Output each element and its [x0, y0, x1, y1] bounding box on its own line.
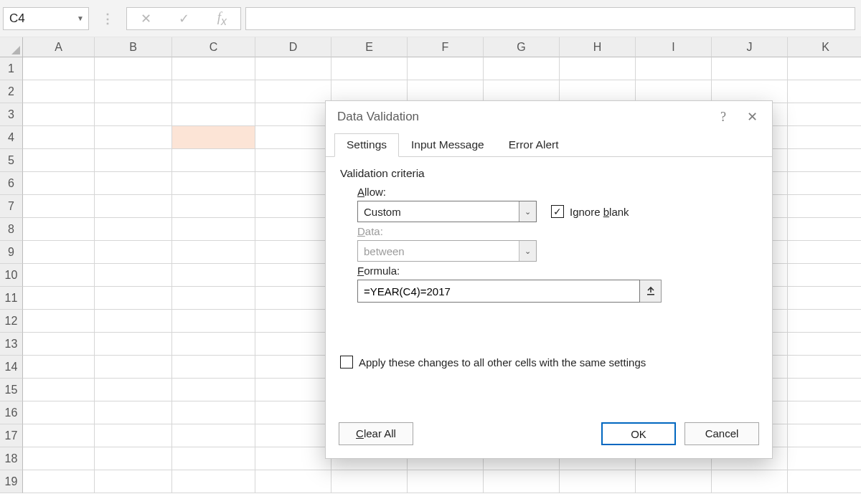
column-header[interactable]: E [331, 37, 408, 57]
cell[interactable] [95, 470, 172, 493]
cell[interactable] [23, 218, 95, 241]
cell[interactable] [95, 195, 172, 218]
cell[interactable] [788, 424, 861, 447]
cell[interactable] [23, 57, 95, 80]
cell[interactable] [636, 57, 712, 80]
cell[interactable] [172, 264, 255, 287]
cell[interactable] [788, 57, 861, 80]
cell[interactable] [172, 218, 255, 241]
row-header[interactable]: 19 [0, 470, 23, 493]
cell[interactable] [95, 379, 172, 401]
cell[interactable] [95, 149, 172, 172]
cell[interactable] [788, 195, 861, 218]
cell[interactable] [788, 80, 861, 103]
cell[interactable] [23, 424, 95, 447]
cell[interactable] [172, 149, 255, 172]
cell[interactable] [172, 470, 255, 493]
row-header[interactable]: 18 [0, 447, 23, 470]
chevron-down-icon[interactable]: ⌄ [519, 201, 536, 222]
close-icon[interactable]: ✕ [738, 109, 766, 125]
cell[interactable] [172, 401, 255, 424]
cell[interactable] [172, 333, 255, 356]
cell[interactable] [172, 356, 255, 379]
cell[interactable] [788, 310, 861, 333]
row-header[interactable]: 12 [0, 310, 23, 333]
cell[interactable] [255, 287, 331, 310]
cell[interactable] [788, 401, 861, 424]
cancel-button[interactable]: Cancel [684, 422, 759, 445]
row-header[interactable]: 14 [0, 356, 23, 379]
cell[interactable] [95, 264, 172, 287]
apply-all-checkbox[interactable]: Apply these changes to all other cells w… [340, 356, 646, 369]
row-header[interactable]: 15 [0, 379, 23, 401]
cell[interactable] [331, 470, 408, 493]
chevron-down-icon[interactable]: ▼ [77, 14, 84, 22]
cancel-entry-icon[interactable]: ✕ [141, 11, 151, 27]
cell[interactable] [255, 195, 331, 218]
row-header[interactable]: 5 [0, 149, 23, 172]
cell[interactable] [788, 287, 861, 310]
cell[interactable] [172, 241, 255, 264]
row-header[interactable]: 10 [0, 264, 23, 287]
collapse-dialog-icon[interactable] [640, 280, 662, 303]
row-header[interactable]: 6 [0, 172, 23, 195]
ok-button[interactable]: OK [601, 422, 676, 445]
cell[interactable] [172, 310, 255, 333]
cell[interactable] [788, 264, 861, 287]
column-header[interactable]: A [23, 37, 95, 57]
column-header[interactable]: J [712, 37, 788, 57]
cell[interactable] [95, 103, 172, 126]
cell[interactable] [95, 447, 172, 470]
cell[interactable] [23, 241, 95, 264]
cell[interactable] [23, 195, 95, 218]
cell[interactable] [23, 356, 95, 379]
cell[interactable] [255, 356, 331, 379]
cell[interactable] [788, 447, 861, 470]
row-header[interactable]: 17 [0, 424, 23, 447]
cell[interactable] [95, 287, 172, 310]
cell[interactable] [172, 172, 255, 195]
cell[interactable] [255, 218, 331, 241]
row-header[interactable]: 13 [0, 333, 23, 356]
cell[interactable] [23, 447, 95, 470]
cell[interactable] [23, 172, 95, 195]
cell[interactable] [255, 126, 331, 149]
allow-select[interactable]: Custom ⌄ [357, 201, 537, 222]
cell[interactable] [636, 470, 712, 493]
cell[interactable] [23, 80, 95, 103]
cell[interactable] [255, 57, 331, 80]
cell[interactable] [255, 103, 331, 126]
tab-input-message[interactable]: Input Message [399, 133, 497, 157]
name-box[interactable]: C4 ▼ [3, 7, 89, 30]
cell[interactable] [23, 287, 95, 310]
cell[interactable] [560, 57, 636, 80]
cell[interactable] [255, 172, 331, 195]
column-header[interactable]: B [95, 37, 172, 57]
cell[interactable] [23, 149, 95, 172]
cell[interactable] [95, 424, 172, 447]
cell[interactable] [788, 126, 861, 149]
column-header[interactable]: D [255, 37, 331, 57]
cell[interactable] [255, 149, 331, 172]
cell[interactable] [788, 470, 861, 493]
insert-function-icon[interactable]: fx [217, 9, 227, 28]
cell[interactable] [255, 310, 331, 333]
row-header[interactable]: 4 [0, 126, 23, 149]
column-header[interactable]: H [560, 37, 636, 57]
cell[interactable] [712, 57, 788, 80]
cell[interactable] [712, 470, 788, 493]
row-header[interactable]: 1 [0, 57, 23, 80]
cell[interactable] [95, 172, 172, 195]
cell[interactable] [95, 80, 172, 103]
help-icon[interactable]: ? [709, 110, 738, 125]
cell[interactable] [788, 218, 861, 241]
cell[interactable] [23, 333, 95, 356]
cell[interactable] [788, 333, 861, 356]
cell[interactable] [172, 195, 255, 218]
row-header[interactable]: 7 [0, 195, 23, 218]
cell[interactable] [172, 447, 255, 470]
cell[interactable] [95, 356, 172, 379]
cell[interactable] [255, 447, 331, 470]
cell[interactable] [172, 103, 255, 126]
cell[interactable] [23, 264, 95, 287]
